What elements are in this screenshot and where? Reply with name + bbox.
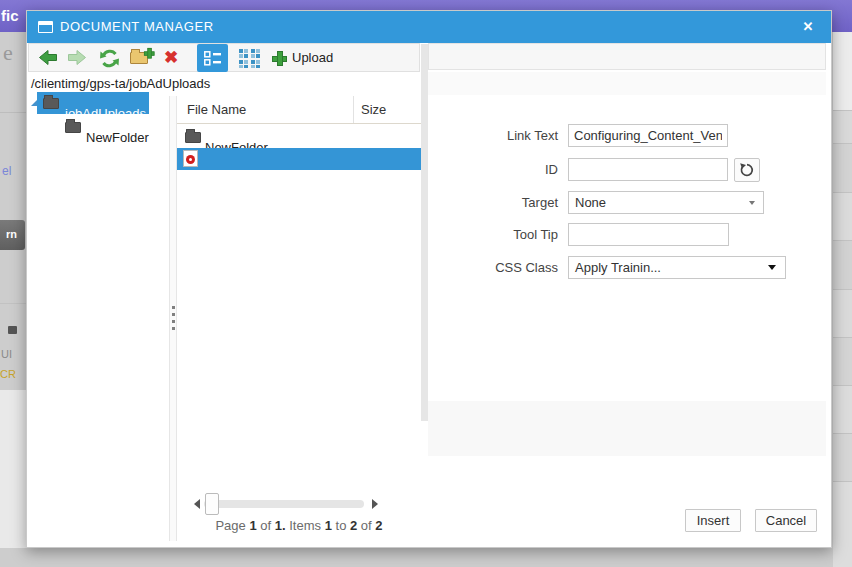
grid-view-icon[interactable] [239, 49, 260, 68]
scrollbar-thumb[interactable] [205, 493, 219, 515]
background-row [833, 192, 852, 240]
tool-tip-input[interactable] [568, 223, 729, 246]
file-row-newfolder[interactable]: NewFolder [177, 126, 421, 148]
id-input[interactable] [568, 158, 728, 181]
cancel-button[interactable]: Cancel [755, 509, 817, 532]
dropdown-arrow-icon [749, 201, 755, 205]
target-dropdown[interactable]: None [568, 191, 764, 214]
background-text-fragment: e [3, 40, 13, 66]
right-panel-strip [428, 72, 826, 95]
background-text-fragment: UI [1, 348, 12, 360]
css-class-value: Apply Trainin... [575, 260, 661, 275]
target-label: Target [438, 191, 558, 214]
background-row [833, 433, 852, 481]
tree-item-label: NewFolder [86, 127, 149, 149]
right-panel-lower-strip [428, 401, 826, 456]
delete-icon[interactable]: ✖ [164, 47, 178, 69]
target-value: None [575, 195, 606, 210]
background-row [833, 481, 852, 567]
dropdown-arrow-icon [768, 265, 776, 270]
list-view-button[interactable] [197, 44, 228, 72]
scrollbar-left-arrow[interactable] [194, 499, 200, 509]
background-row [833, 110, 852, 143]
background-row [833, 385, 852, 433]
close-icon[interactable]: ✕ [799, 18, 817, 36]
column-header-file-name[interactable]: File Name [187, 96, 246, 124]
new-folder-icon[interactable] [130, 52, 148, 64]
pager-status: Page 1 of 1. Items 1 to 2 of 2 [177, 518, 421, 533]
background-row [833, 143, 852, 192]
folder-icon [43, 98, 59, 109]
refresh-icon[interactable] [98, 48, 121, 69]
background-row [833, 32, 852, 110]
css-class-dropdown[interactable]: Apply Trainin... [568, 256, 786, 279]
file-row-selected[interactable]: Configuring_Content_Vendor 66797 [177, 148, 421, 170]
upload-label[interactable]: Upload [292, 44, 333, 72]
insert-button[interactable]: Insert [685, 509, 741, 532]
background-small-icon [8, 326, 17, 334]
column-header-size[interactable]: Size [361, 96, 386, 124]
tree-item-jobaduploads[interactable]: jobAdUploads [37, 92, 149, 114]
link-text-input[interactable] [568, 124, 728, 147]
upload-plus-icon [272, 51, 285, 64]
back-icon[interactable] [37, 49, 58, 66]
pdf-icon [183, 150, 198, 167]
id-refresh-button[interactable] [734, 158, 760, 182]
css-class-label: CSS Class [438, 256, 558, 279]
background-button-label: rn [6, 228, 17, 240]
file-toolbar: ✖ Upload [28, 43, 420, 72]
list-view-icon [204, 51, 221, 66]
file-list-panel: File Name Size NewFolder Configuring_Con… [177, 96, 421, 541]
panel-divider [421, 44, 428, 421]
splitter-handle [172, 306, 175, 309]
file-list-header: File Name Size [177, 96, 421, 124]
file-name: Configuring_Content_Vendor [205, 165, 353, 187]
id-refresh-icon [739, 162, 755, 178]
right-panel-toolbar-area [428, 43, 826, 70]
window-icon [38, 21, 53, 33]
panel-splitter[interactable] [169, 96, 177, 541]
dialog-titlebar[interactable]: DOCUMENT MANAGER ✕ [27, 11, 831, 43]
id-label: ID [438, 158, 558, 181]
background-row [833, 289, 852, 337]
tool-tip-label: Tool Tip [438, 223, 558, 246]
forward-icon[interactable] [67, 49, 88, 66]
file-size: 66797 [357, 165, 393, 187]
background-row [833, 337, 852, 385]
dialog-title: DOCUMENT MANAGER [60, 11, 214, 43]
folder-icon [65, 122, 81, 133]
link-text-label: Link Text [438, 124, 558, 147]
background-left-panel [0, 390, 26, 548]
background-text-fragment: fic [1, 7, 19, 24]
background-divider [0, 112, 26, 113]
tree-item-newfolder[interactable]: NewFolder [65, 116, 169, 138]
background-text-fragment: CR [0, 368, 16, 380]
column-divider [353, 96, 354, 123]
background-dark-button: rn [0, 220, 25, 250]
background-link-fragment: el [2, 164, 11, 178]
folder-icon [185, 132, 201, 143]
scrollbar-track[interactable] [204, 500, 364, 508]
background-divider [0, 303, 26, 304]
upload-button[interactable] [272, 51, 285, 64]
background-row [833, 240, 852, 289]
document-manager-dialog: DOCUMENT MANAGER ✕ ✖ [26, 10, 832, 548]
scrollbar-right-arrow[interactable] [372, 499, 378, 509]
